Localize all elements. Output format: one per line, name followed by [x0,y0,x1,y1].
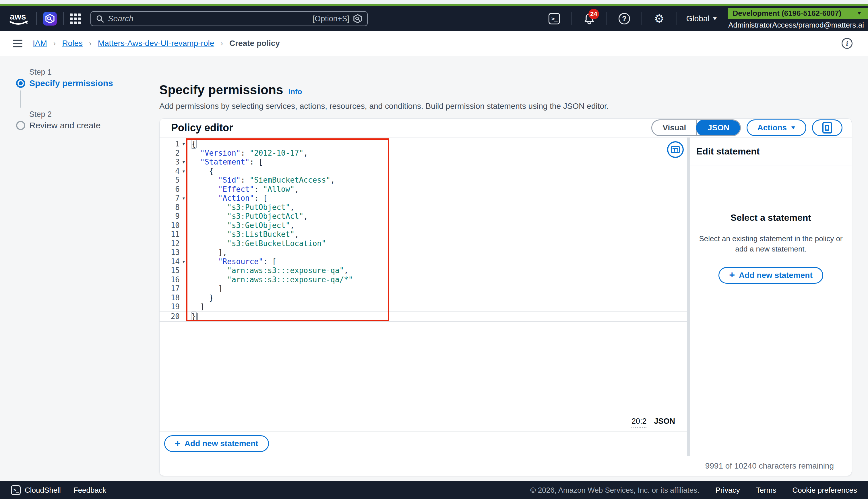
footer-cloudshell[interactable]: >_ CloudShell [11,485,61,495]
code-line-18[interactable]: 18 } [160,293,687,303]
toggle-json[interactable]: JSON [696,120,741,136]
info-link[interactable]: Info [288,87,302,96]
statement-panel-toggle-button[interactable] [667,141,684,158]
code-line-13[interactable]: 13 ], [160,248,687,257]
code-text[interactable]: { [188,167,213,176]
code-line-14[interactable]: 14▾ "Resource": [ [160,257,687,266]
add-statement-button-panel[interactable]: + Add new statement [718,267,823,284]
fold-toggle-icon[interactable]: ▾ [180,158,188,167]
code-line-8[interactable]: 8 "s3:PutObject", [160,203,687,212]
terminal-icon: >_ [11,485,21,495]
characters-remaining: 9991 of 10240 characters remaining [705,461,834,471]
code-text[interactable]: "Version": "2012-10-17", [188,149,308,158]
code-text[interactable]: "Effect": "Allow", [188,185,299,194]
line-number: 12 [160,239,180,248]
fullscreen-button[interactable] [812,120,842,136]
code-line-12[interactable]: 12 "s3:GetBucketLocation" [160,239,687,248]
code-text[interactable]: "s3:PutObjectAcl", [188,212,308,221]
json-editor[interactable]: 1▾{2 "Version": "2012-10-17",3▾ "Stateme… [160,137,687,456]
code-line-15[interactable]: 15 "arn:aws:s3:::exposure-qa", [160,266,687,275]
cookie-preferences-link[interactable]: Cookie preferences [793,486,857,495]
privacy-link[interactable]: Privacy [716,486,740,495]
hexagon-shield-icon [45,14,54,24]
toggle-visual[interactable]: Visual [652,120,696,135]
cursor-position[interactable]: 20:2 [632,417,647,427]
code-line-19[interactable]: 19 ] [160,302,687,312]
fold-toggle-icon[interactable]: ▾ [180,194,188,203]
breadcrumb-link-iam[interactable]: IAM [33,39,47,48]
code-text[interactable]: "Action": [ [188,194,268,203]
text-cursor [197,313,198,321]
code-line-2[interactable]: 2 "Version": "2012-10-17", [160,149,687,158]
code-text[interactable]: "s3:ListBucket", [188,230,299,239]
line-number: 14 [160,257,180,266]
code-text[interactable]: ] [188,302,204,312]
top-nav: aws Search [Option+S] >_ [0,6,868,31]
fold-spacer [180,248,188,257]
code-text[interactable]: "s3:GetBucketLocation" [188,239,326,248]
settings-button[interactable]: ⚙ [648,13,670,24]
help-button[interactable]: ? [613,13,635,24]
code-text[interactable]: "Statement": [ [188,158,263,167]
fold-toggle-icon[interactable]: ▾ [180,257,188,266]
code-line-17[interactable]: 17 ] [160,284,687,293]
line-number: 5 [160,176,180,185]
account-badge[interactable]: Development (6196-5162-6007) ▼ [728,8,868,19]
card-header: Policy editor Visual JSON Actions ▼ [160,119,852,137]
code-text[interactable]: } [188,312,198,321]
step1-item[interactable]: Specify permissions [16,78,139,88]
breadcrumb-separator: › [221,39,223,48]
breadcrumb-link-role[interactable]: Matters-Aws-dev-UI-revamp-role [98,39,214,48]
panel-divider[interactable] [687,137,690,456]
code-line-4[interactable]: 4▾ { [160,167,687,176]
code-text[interactable]: "arn:aws:s3:::exposure-qa", [188,266,348,275]
code-text[interactable]: "s3:PutObject", [188,203,295,212]
panel-title: Edit statement [696,146,759,157]
code-line-20[interactable]: 20} [160,312,687,322]
apps-grid-icon[interactable] [70,13,80,24]
code-text[interactable]: "Sid": "SiemBucketAccess", [188,176,335,185]
code-line-10[interactable]: 10 "s3:GetObject", [160,221,687,230]
terms-link[interactable]: Terms [756,486,777,495]
main-column: Specify permissions Info Add permissions… [159,83,852,476]
page-description: Add permissions by selecting services, a… [159,102,852,111]
code-text[interactable]: "Resource": [ [188,257,276,266]
add-statement-button-bottom[interactable]: + Add new statement [164,435,269,452]
page-info-icon[interactable]: i [842,38,853,49]
code-line-5[interactable]: 5 "Sid": "SiemBucketAccess", [160,176,687,185]
breadcrumb-separator: › [53,39,56,48]
breadcrumb-link-roles[interactable]: Roles [62,39,83,48]
step2-item[interactable]: Review and create [16,121,139,130]
notifications-button[interactable]: 24 [578,13,600,24]
fold-toggle-icon[interactable]: ▾ [180,139,188,149]
line-number: 10 [160,221,180,230]
code-text[interactable]: "s3:GetObject", [188,221,295,230]
code-line-3[interactable]: 3▾ "Statement": [ [160,158,687,167]
code-area[interactable]: 1▾{2 "Version": "2012-10-17",3▾ "Stateme… [160,137,687,321]
search-input[interactable]: Search [Option+S] [90,11,368,26]
code-text[interactable]: { [188,139,196,149]
code-line-16[interactable]: 16 "arn:aws:s3:::exposure-qa/*" [160,275,687,284]
account-menu[interactable]: Development (6196-5162-6007) ▼ Administr… [728,8,868,29]
fold-spacer [180,185,188,194]
gear-icon: ⚙ [654,13,665,24]
add-statement-label: Add new statement [185,439,258,448]
code-text[interactable]: } [188,293,213,303]
footer-feedback[interactable]: Feedback [74,486,106,495]
code-line-1[interactable]: 1▾{ [160,139,687,149]
service-app-icon[interactable] [43,12,57,26]
code-line-6[interactable]: 6 "Effect": "Allow", [160,185,687,194]
code-line-9[interactable]: 9 "s3:PutObjectAcl", [160,212,687,221]
code-line-7[interactable]: 7▾ "Action": [ [160,194,687,203]
actions-label: Actions [757,123,787,132]
actions-button[interactable]: Actions ▼ [747,120,806,136]
code-text[interactable]: "arn:aws:s3:::exposure-qa/*" [188,275,353,284]
code-text[interactable]: ], [188,248,227,257]
code-text[interactable]: ] [188,284,223,293]
hamburger-menu-icon[interactable] [13,40,22,47]
cloudshell-button[interactable]: >_ [543,13,565,24]
aws-logo[interactable]: aws [9,12,30,25]
fold-toggle-icon[interactable]: ▾ [180,167,188,176]
region-selector[interactable]: Global ▼ [683,14,720,23]
code-line-11[interactable]: 11 "s3:ListBucket", [160,230,687,239]
